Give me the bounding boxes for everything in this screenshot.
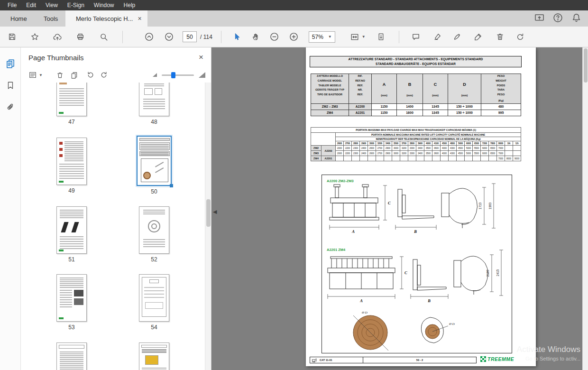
page-thumbnail-50[interactable] bbox=[137, 136, 172, 186]
panel-scrollbar[interactable] bbox=[205, 83, 211, 370]
page-thumbnail-row4col0[interactable] bbox=[56, 342, 87, 370]
decor bbox=[459, 36, 459, 36]
slider-handle[interactable] bbox=[171, 72, 175, 78]
decor bbox=[105, 38, 107, 40]
sign-ink-button[interactable] bbox=[451, 30, 464, 44]
page-thumbnail-51[interactable] bbox=[56, 206, 87, 254]
fit-width-button[interactable] bbox=[349, 30, 361, 44]
page-thumbnail-47[interactable] bbox=[56, 83, 87, 116]
page-thumbnail-49[interactable] bbox=[56, 138, 87, 185]
menu-window[interactable]: Window bbox=[89, 0, 119, 10]
menu-edit[interactable]: Edit bbox=[21, 0, 41, 10]
sketch bbox=[144, 287, 164, 288]
panel-close-button[interactable]: × bbox=[199, 53, 203, 62]
page-thumbnail-53[interactable] bbox=[56, 274, 87, 322]
delete-pages-button[interactable] bbox=[494, 30, 506, 44]
rotate-clockwise-icon[interactable] bbox=[98, 69, 110, 81]
capacity-cell: 9000 bbox=[513, 156, 521, 161]
page-ref: 50 - 2 bbox=[363, 357, 476, 363]
menu-file[interactable]: File bbox=[3, 0, 21, 10]
capacity-column: 7800 bbox=[489, 141, 497, 146]
rotate-pages-button[interactable] bbox=[514, 30, 526, 44]
pdf-page[interactable]: ATTREZZATURE STANDARD - STANDARD ATTACHM… bbox=[306, 47, 536, 366]
extract-pages-icon[interactable] bbox=[68, 69, 81, 81]
zoom-in-button[interactable] bbox=[288, 30, 300, 44]
cloud-upload-button[interactable] bbox=[51, 30, 64, 44]
screen-share-icon[interactable] bbox=[534, 13, 544, 25]
selection-handle[interactable] bbox=[170, 184, 173, 187]
dim-c-label: C bbox=[388, 201, 391, 205]
tab-tools[interactable]: Tools bbox=[33, 10, 68, 27]
decor: (mm) bbox=[397, 94, 423, 97]
star-favorite-button[interactable] bbox=[28, 30, 41, 44]
hand-tool-button[interactable] bbox=[250, 30, 262, 44]
page-thumbnail-52[interactable] bbox=[139, 206, 169, 254]
page-thumbnail-48[interactable] bbox=[139, 83, 169, 116]
delete-page-icon[interactable] bbox=[54, 69, 66, 81]
save-button[interactable] bbox=[6, 30, 18, 44]
chevron-down-icon[interactable]: ▼ bbox=[39, 73, 43, 77]
sketch bbox=[59, 181, 64, 183]
menu-esign[interactable]: E-Sign bbox=[63, 0, 89, 10]
print-button[interactable] bbox=[74, 30, 86, 44]
page-thumbnail-row4col1[interactable] bbox=[139, 342, 169, 370]
decor bbox=[553, 13, 563, 23]
next-page-button[interactable] bbox=[163, 30, 175, 44]
sketch bbox=[60, 246, 83, 247]
decor bbox=[576, 21, 577, 21]
decor: CAT 11-01 bbox=[310, 357, 363, 363]
collapse-panel-button[interactable]: ◀ bbox=[213, 209, 217, 215]
spec-row: ZM4A2201115016001345150 ÷ 1000995 bbox=[311, 110, 521, 116]
scrollbar-thumb[interactable] bbox=[206, 199, 211, 227]
previous-page-button[interactable] bbox=[143, 30, 155, 44]
menu-view[interactable]: View bbox=[41, 0, 63, 10]
decor bbox=[557, 16, 559, 18]
zoom-out-button[interactable] bbox=[268, 30, 281, 44]
tab-document[interactable]: Merlo Telescopic H... × bbox=[65, 10, 147, 27]
decor bbox=[53, 33, 62, 41]
sketch bbox=[59, 91, 84, 92]
zoom-level-dropdown[interactable]: 57% ▼ bbox=[309, 31, 335, 43]
sketch bbox=[59, 176, 84, 176]
highlight-button[interactable] bbox=[432, 30, 444, 44]
decor: GERÄTE-TRÄGER TYP bbox=[311, 88, 349, 92]
tab-home[interactable]: Home bbox=[0, 10, 37, 27]
sketch bbox=[64, 151, 83, 152]
capacity-cell: 5000 bbox=[465, 151, 473, 156]
sketch bbox=[140, 144, 169, 145]
notifications-bell-icon[interactable] bbox=[571, 13, 581, 25]
decor: (Kg) bbox=[481, 99, 521, 103]
page-thumbnails-panel-button[interactable] bbox=[0, 54, 21, 73]
rotate-counterclockwise-icon[interactable] bbox=[84, 69, 97, 81]
attachments-paperclip-button[interactable] bbox=[0, 98, 21, 117]
comment-button[interactable] bbox=[410, 30, 422, 44]
document-scrollbar[interactable] bbox=[582, 47, 588, 370]
dim-2180-label: 2180 bbox=[486, 269, 489, 277]
decor bbox=[400, 257, 404, 289]
decor: ZATTERA MODELLO bbox=[311, 74, 349, 79]
decor bbox=[399, 31, 399, 43]
chevron-down-icon[interactable]: ▼ bbox=[362, 35, 366, 39]
sketch bbox=[144, 297, 164, 298]
decor bbox=[72, 74, 76, 78]
search-icon[interactable] bbox=[98, 30, 110, 44]
thumbnail-size-large-icon[interactable] bbox=[199, 72, 205, 78]
page-scrolling-button[interactable] bbox=[375, 30, 387, 44]
fill-sign-pen-button[interactable] bbox=[472, 30, 485, 44]
menu-help[interactable]: Help bbox=[119, 0, 140, 10]
thumbnail-size-small-icon[interactable] bbox=[153, 73, 157, 77]
capacity-column: 3500 bbox=[392, 141, 400, 146]
select-tool-button[interactable] bbox=[231, 30, 243, 44]
decor: 480 bbox=[481, 103, 521, 110]
scrollbar-thumb[interactable] bbox=[584, 48, 588, 83]
close-document-tab-button[interactable]: × bbox=[138, 15, 141, 22]
thumbnail-options-icon[interactable] bbox=[27, 69, 39, 81]
bookmarks-panel-button[interactable] bbox=[0, 76, 21, 95]
sketch bbox=[60, 283, 83, 284]
thumbnail-size-slider[interactable] bbox=[162, 74, 194, 76]
decor bbox=[71, 72, 78, 79]
page-thumbnail-54[interactable] bbox=[139, 274, 169, 322]
page-number-input[interactable] bbox=[183, 31, 197, 42]
help-icon[interactable] bbox=[553, 13, 563, 25]
capacity-column: 4000 bbox=[424, 141, 432, 146]
